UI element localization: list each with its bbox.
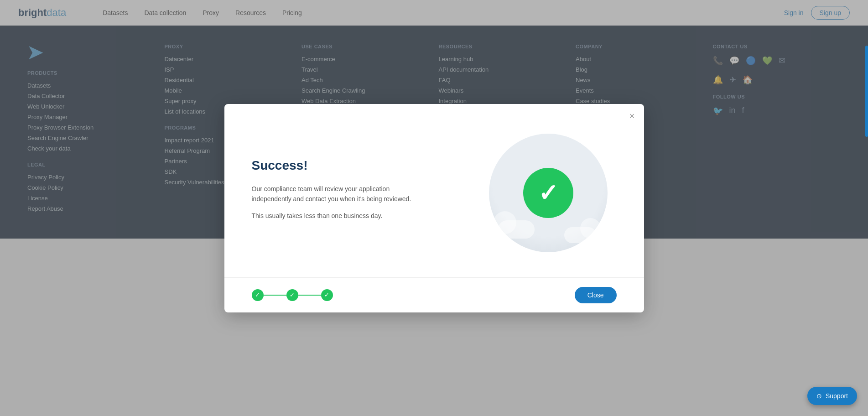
modal-right: ✓ (480, 134, 617, 239)
checkmark-circle: ✓ (523, 168, 573, 218)
modal-overlay: × Success! Our compliance team will revi… (0, 0, 868, 239)
modal-desc1: Our compliance team will review your app… (252, 184, 425, 204)
modal-left: Success! Our compliance team will review… (252, 158, 480, 227)
modal-desc2: This usually takes less than one busines… (252, 211, 425, 221)
success-illustration: ✓ (489, 134, 608, 239)
success-modal: × Success! Our compliance team will revi… (224, 104, 644, 239)
modal-title: Success! (252, 158, 480, 173)
checkmark-icon: ✓ (538, 181, 558, 205)
modal-content: Success! Our compliance team will review… (224, 104, 644, 239)
scrollbar[interactable] (865, 46, 868, 137)
modal-close-x-button[interactable]: × (629, 111, 635, 120)
cloud-background: ✓ (489, 134, 608, 239)
